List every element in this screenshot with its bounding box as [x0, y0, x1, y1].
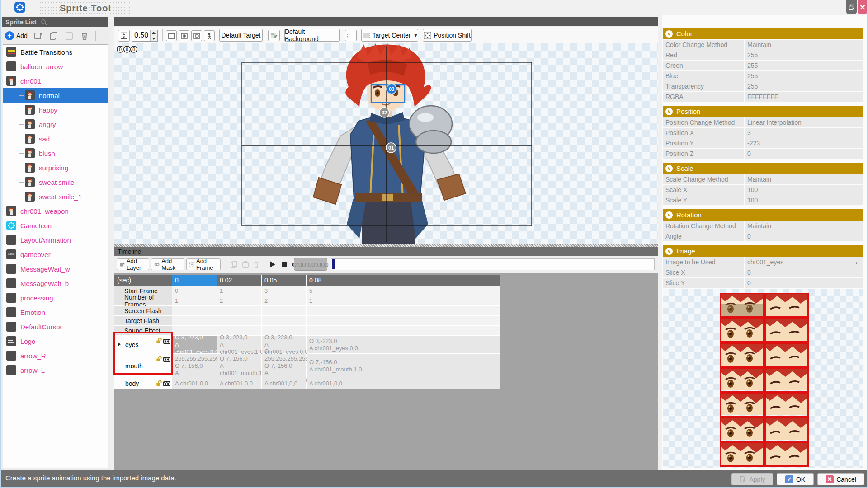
start-frame-cell[interactable]: 0 [172, 286, 217, 296]
close-window-button[interactable] [858, 0, 867, 14]
tree-item-processing[interactable]: processing [3, 291, 108, 305]
show-circle-toggle[interactable] [191, 30, 202, 41]
tree-item-arrow-r[interactable]: arrow_R [3, 348, 108, 363]
tree-item-angry[interactable]: angry [3, 117, 108, 131]
prop-value[interactable]: 100 [745, 195, 863, 205]
scale-section-header[interactable]: v Scale [663, 163, 863, 174]
prop-value[interactable]: 255 [745, 50, 863, 60]
tree-item-sweat-smile-1[interactable]: sweat smile_1 [3, 189, 108, 204]
time-column-2[interactable]: 0.05 [262, 275, 306, 286]
body-keyframe[interactable]: A chr001,0,0 [172, 378, 217, 389]
prop-value[interactable]: Maintain [745, 40, 863, 50]
timeline-scrubber[interactable] [331, 258, 655, 270]
eyes-sprite-sheet[interactable] [720, 293, 809, 467]
apply-button[interactable]: Apply [731, 473, 773, 485]
prop-value[interactable]: 0 [745, 267, 863, 277]
number-of-frames-cell[interactable]: 2 [262, 296, 306, 305]
delete-frame-button-disabled[interactable] [251, 258, 262, 270]
prop-value[interactable]: 3 [745, 128, 863, 138]
sprite-canvas[interactable]: 03 02 01 0 0 0 [114, 43, 658, 244]
zoom-decrement-button[interactable] [151, 36, 157, 42]
target-center-dropdown[interactable]: Target Center ▾ [361, 29, 418, 42]
prop-value[interactable]: 0 [745, 278, 863, 288]
zoom-spinbox[interactable]: 0.50 [132, 30, 158, 42]
tree-item-emotion[interactable]: Emotion [3, 305, 108, 319]
add-frame-button[interactable]: Add Frame [186, 258, 221, 270]
mouth-keyframe[interactable]: O 7,-156,0 A chr001_mouth,1,0 [217, 354, 261, 378]
position-section-header[interactable]: v Position [663, 106, 863, 117]
number-of-frames-cell[interactable]: 2 [217, 296, 261, 305]
time-column-3[interactable]: 0.08 [307, 275, 500, 286]
color-section-header[interactable]: v Color [663, 28, 863, 39]
frames-icon[interactable] [163, 380, 170, 387]
mouth-keyframe[interactable]: O 7,-156,0 A chr001_mouth,1,0 [307, 354, 500, 378]
screen-flash-cell[interactable] [172, 306, 217, 315]
prop-value[interactable]: 255 [745, 61, 863, 70]
tree-item-gameicon[interactable]: GameIcon [3, 218, 108, 233]
selection-rect-icon-button[interactable] [345, 30, 357, 41]
unlock-icon[interactable] [156, 380, 162, 386]
position-shift-button[interactable]: Position Shift [423, 29, 472, 42]
time-column-1[interactable]: 0.02 [217, 275, 261, 286]
tree-item-normal-selected[interactable]: normal [3, 88, 108, 103]
tree-item-defaultcursor[interactable]: DefaultCursor [3, 319, 108, 334]
target-flash-cell[interactable] [262, 316, 306, 325]
start-frame-cell[interactable]: 1 [217, 286, 261, 296]
prop-value[interactable]: 255 [745, 71, 863, 81]
copy-frame-button-disabled[interactable] [228, 258, 239, 270]
tree-item-surprising[interactable]: surprising [3, 160, 108, 175]
screen-flash-cell[interactable] [217, 306, 261, 315]
prop-value[interactable]: Maintain [745, 221, 863, 231]
tree-item-messagewait-w[interactable]: MessageWait_w [3, 262, 108, 276]
paste-icon-button[interactable] [65, 31, 74, 40]
ok-button[interactable]: ✓ OK [777, 473, 814, 485]
mouth-keyframe[interactable]: C 255,255,255,255 O 7,-156,0 A chr001_mo… [262, 354, 306, 378]
time-column-0-selected[interactable]: 0 [172, 275, 217, 286]
canvas-timeline-splitter[interactable] [114, 244, 658, 247]
number-of-frames-cell[interactable]: 1 [172, 296, 217, 305]
default-target-button[interactable]: Default Target [219, 29, 263, 42]
play-button[interactable] [267, 258, 278, 270]
mouth-keyframe[interactable]: C 255,255,255,255 O 7,-156,0 A chr001_mo… [172, 354, 217, 378]
image-section-header[interactable]: v Image [663, 245, 863, 257]
copy-icon-button[interactable] [49, 31, 58, 40]
paste-frame-button-disabled[interactable] [240, 258, 251, 270]
tree-item-blush[interactable]: blush [3, 146, 108, 160]
search-icon[interactable] [41, 19, 47, 26]
restore-window-button[interactable] [846, 0, 857, 14]
start-frame-cell[interactable]: 3 [262, 286, 306, 296]
show-frame-toggle[interactable] [166, 30, 177, 41]
tree-item-gameover[interactable]: gameover [3, 247, 108, 262]
show-character-toggle[interactable] [204, 30, 215, 41]
image-to-be-used-value[interactable]: chr001_eyes→ [745, 257, 863, 267]
prop-value[interactable]: 0 [745, 149, 863, 159]
target-flash-cell[interactable] [217, 316, 261, 325]
eyes-keyframe[interactable]: O 3,-223,0 A chr001_eyes,0,0 [307, 336, 500, 353]
rotation-section-header[interactable]: v Rotation [663, 209, 863, 221]
playhead-marker[interactable] [332, 259, 335, 269]
prop-value[interactable]: 0 [745, 231, 863, 241]
add-mask-button[interactable]: Add Mask [151, 258, 184, 270]
default-background-button[interactable]: Default Background [284, 29, 340, 42]
tree-item-chr001-weapon[interactable]: chr001_weapon [3, 204, 108, 218]
target-flash-cell[interactable] [172, 316, 217, 325]
target-flash-cell[interactable] [307, 316, 500, 325]
zoom-increment-button[interactable] [151, 30, 157, 36]
start-frame-cell[interactable]: 5 [307, 286, 500, 296]
tree-item-sweat-smile[interactable]: sweat smile [3, 175, 108, 189]
tree-item-sad[interactable]: sad [3, 131, 108, 146]
tree-item-messagewait-b[interactable]: MessageWait_b [3, 276, 108, 291]
zoom-value[interactable]: 0.50 [132, 30, 150, 41]
number-of-frames-cell[interactable]: 1 [307, 296, 500, 305]
eyes-keyframe[interactable]: O 3,-223,0 A chr001_eyes,1,0 [217, 336, 261, 353]
tree-item-layoutanimation[interactable]: LayoutAnimation [3, 233, 108, 247]
add-item-icon-button[interactable] [34, 31, 43, 40]
stop-button[interactable] [279, 258, 290, 270]
delete-icon-button[interactable] [80, 31, 89, 40]
prop-value[interactable]: FFFFFFFF [745, 92, 863, 102]
screen-flash-cell[interactable] [262, 306, 306, 315]
prop-value[interactable]: Linear Interpolation [745, 117, 863, 127]
prop-value[interactable]: 255 [745, 81, 863, 91]
layer-label-body[interactable]: body [114, 378, 172, 389]
add-sprite-button[interactable]: + Add [5, 31, 28, 40]
